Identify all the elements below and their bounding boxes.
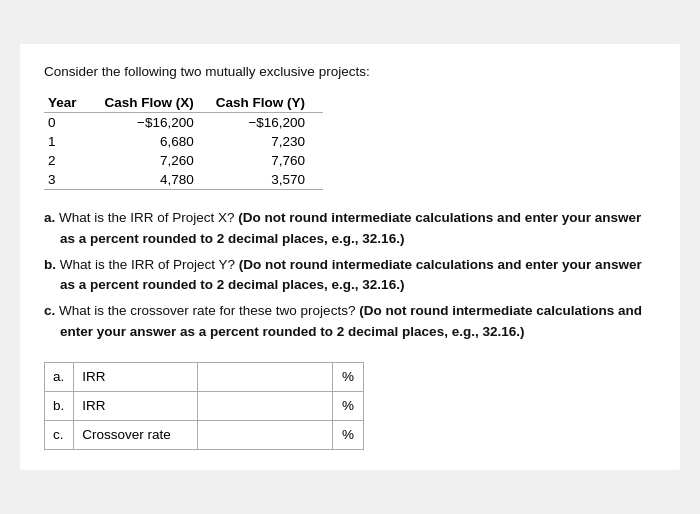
cell-r3-c1: 4,780 [101,170,212,190]
answer-unit-1: % [332,391,363,420]
answer-row: a.IRR% [45,362,364,391]
answer-letter-0: a. [45,362,74,391]
table-row: 34,7803,570 [44,170,323,190]
cell-r2-c0: 2 [44,151,101,170]
header-cf-y: Cash Flow (Y) [212,93,323,113]
answer-row: b.IRR% [45,391,364,420]
cell-r1-c1: 6,680 [101,132,212,151]
question-c: c. What is the crossover rate for these … [44,301,656,342]
cell-r1-c0: 1 [44,132,101,151]
cell-r0-c0: 0 [44,113,101,133]
table-row: 27,2607,760 [44,151,323,170]
page-container: Consider the following two mutually excl… [20,44,680,470]
answer-label-0: IRR [74,362,198,391]
cell-r2-c1: 7,260 [101,151,212,170]
cell-r0-c2: −$16,200 [212,113,323,133]
question-a: a. What is the IRR of Project X? (Do not… [44,208,656,249]
header-cf-x: Cash Flow (X) [101,93,212,113]
question-b: b. What is the IRR of Project Y? (Do not… [44,255,656,296]
cash-flow-table: Year Cash Flow (X) Cash Flow (Y) 0−$16,2… [44,93,323,190]
answer-letter-1: b. [45,391,74,420]
cell-r2-c2: 7,760 [212,151,323,170]
answer-input-cell-1[interactable] [198,391,333,420]
intro-text: Consider the following two mutually excl… [44,64,656,79]
question-a-letter: a. What is the IRR of Project X? [44,210,238,225]
cell-r0-c1: −$16,200 [101,113,212,133]
answer-unit-0: % [332,362,363,391]
answer-input-1[interactable] [198,392,332,420]
cell-r1-c2: 7,230 [212,132,323,151]
cell-r3-c0: 3 [44,170,101,190]
question-c-letter: c. What is the crossover rate for these … [44,303,359,318]
header-year: Year [44,93,101,113]
answer-label-2: Crossover rate [74,420,198,449]
answer-letter-2: c. [45,420,74,449]
table-row: 0−$16,200−$16,200 [44,113,323,133]
answer-input-cell-0[interactable] [198,362,333,391]
answer-input-2[interactable] [198,421,332,449]
answer-input-0[interactable] [198,363,332,391]
question-b-letter: b. What is the IRR of Project Y? [44,257,239,272]
answer-row: c.Crossover rate% [45,420,364,449]
questions-section: a. What is the IRR of Project X? (Do not… [44,208,656,342]
cell-r3-c2: 3,570 [212,170,323,190]
table-header-row: Year Cash Flow (X) Cash Flow (Y) [44,93,323,113]
table-row: 16,6807,230 [44,132,323,151]
answer-table: a.IRR%b.IRR%c.Crossover rate% [44,362,364,450]
answer-unit-2: % [332,420,363,449]
answer-label-1: IRR [74,391,198,420]
answer-input-cell-2[interactable] [198,420,333,449]
